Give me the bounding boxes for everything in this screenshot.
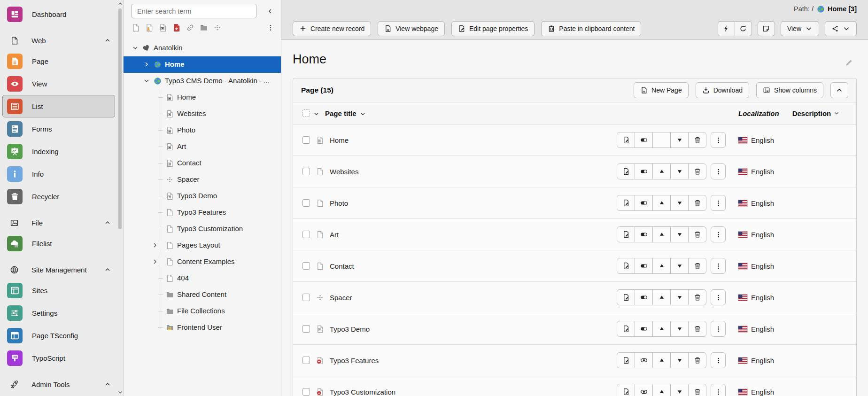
tree-node-spacer[interactable]: Spacer bbox=[124, 171, 281, 188]
more-options-button[interactable] bbox=[711, 321, 726, 337]
edit-title-pencil-icon[interactable] bbox=[845, 59, 853, 67]
move-up-button[interactable] bbox=[652, 321, 671, 337]
view-mode-dropdown[interactable]: View bbox=[781, 21, 819, 36]
page-shortcut-drag-icon[interactable] bbox=[159, 23, 167, 32]
module-filelist[interactable]: Filelist bbox=[2, 232, 115, 255]
show-columns-button[interactable]: Show columns bbox=[756, 82, 823, 98]
tree-node-pages-layout[interactable]: Pages Layout bbox=[124, 237, 281, 254]
create-new-record-button[interactable]: Create new record bbox=[293, 21, 371, 36]
reload-button[interactable] bbox=[735, 21, 752, 36]
module-list[interactable]: List bbox=[2, 95, 115, 117]
row-checkbox[interactable] bbox=[302, 199, 310, 207]
chevron-down-icon[interactable] bbox=[132, 45, 139, 51]
move-down-button[interactable] bbox=[670, 384, 689, 396]
tree-node-contact[interactable]: Contact bbox=[124, 155, 281, 171]
tree-search-input[interactable] bbox=[132, 4, 256, 18]
page-user-drag-icon[interactable] bbox=[145, 23, 154, 32]
select-all-checkbox[interactable] bbox=[302, 109, 310, 117]
more-options-button[interactable] bbox=[711, 163, 726, 179]
module-typoscript[interactable]: TypoScript bbox=[2, 347, 115, 369]
clear-cache-button[interactable] bbox=[718, 21, 735, 36]
module-page[interactable]: Page bbox=[2, 50, 115, 72]
edit-record-button[interactable] bbox=[617, 384, 635, 396]
tree-node-404[interactable]: 404 bbox=[124, 270, 281, 287]
delete-record-button[interactable] bbox=[688, 352, 706, 368]
edit-record-button[interactable] bbox=[617, 163, 635, 179]
tree-node-home[interactable]: Home bbox=[124, 56, 281, 73]
module-info[interactable]: Info bbox=[2, 163, 115, 185]
toggle-visibility-button[interactable] bbox=[635, 352, 653, 368]
tree-node-content-examples[interactable]: Content Examples bbox=[124, 254, 281, 270]
row-checkbox[interactable] bbox=[302, 136, 310, 144]
module-dashboard[interactable]: Dashboard bbox=[2, 3, 115, 25]
move-down-button[interactable] bbox=[670, 226, 689, 242]
tree-node-photo[interactable]: Photo bbox=[124, 122, 281, 139]
paste-in-clipboard-content-button[interactable]: Paste in clipboard content bbox=[541, 21, 641, 36]
page-new-drag-icon[interactable] bbox=[132, 23, 140, 32]
delete-record-button[interactable] bbox=[688, 132, 706, 148]
column-header-description[interactable]: Description bbox=[792, 109, 840, 117]
tree-node-typo3-cms-demo-anatolkin[interactable]: Typo3 CMS Demo - Anatolkin - ... bbox=[124, 73, 281, 89]
delete-record-button[interactable] bbox=[688, 163, 706, 179]
share-dropdown[interactable] bbox=[825, 21, 857, 36]
move-up-button[interactable] bbox=[652, 132, 671, 148]
edit-record-button[interactable] bbox=[617, 352, 635, 368]
page-mount-drag-icon[interactable] bbox=[172, 23, 181, 32]
move-down-button[interactable] bbox=[670, 321, 689, 337]
toggle-visibility-button[interactable] bbox=[635, 258, 653, 274]
more-options-button[interactable] bbox=[711, 195, 726, 211]
row-checkbox[interactable] bbox=[302, 388, 310, 396]
delete-record-button[interactable] bbox=[688, 258, 706, 274]
chevron-right-icon[interactable] bbox=[152, 242, 158, 248]
chevron-right-icon[interactable] bbox=[143, 61, 150, 68]
edit-record-button[interactable] bbox=[617, 226, 635, 242]
toggle-visibility-button[interactable] bbox=[635, 384, 653, 396]
chevron-down-icon[interactable] bbox=[143, 78, 150, 84]
tree-node-shared-content[interactable]: Shared Content bbox=[124, 287, 281, 303]
shortcut-button[interactable] bbox=[758, 21, 775, 36]
new-page-button[interactable]: New Page bbox=[634, 82, 689, 98]
scroll-up-icon[interactable] bbox=[117, 1, 123, 7]
more-options-button[interactable] bbox=[711, 226, 726, 242]
delete-record-button[interactable] bbox=[688, 289, 706, 305]
module-view[interactable]: View bbox=[2, 72, 115, 95]
move-up-button[interactable] bbox=[652, 258, 671, 274]
row-checkbox[interactable] bbox=[302, 357, 310, 364]
edit-record-button[interactable] bbox=[617, 321, 635, 337]
tree-node-typo3-customization[interactable]: Typo3 Customization bbox=[124, 221, 281, 237]
move-up-button[interactable] bbox=[652, 226, 671, 242]
tree-node-art[interactable]: Art bbox=[124, 139, 281, 155]
more-options-button[interactable] bbox=[711, 258, 726, 274]
toggle-visibility-button[interactable] bbox=[635, 195, 653, 211]
edit-record-button[interactable] bbox=[617, 195, 635, 211]
delete-record-button[interactable] bbox=[688, 321, 706, 337]
chevron-right-icon[interactable] bbox=[152, 258, 158, 265]
collapse-tree-button[interactable] bbox=[264, 5, 276, 17]
tree-node-typo3-demo[interactable]: Typo3 Demo bbox=[124, 188, 281, 204]
more-options-button[interactable] bbox=[711, 352, 726, 368]
chevron-down-icon[interactable] bbox=[313, 111, 319, 117]
move-down-button[interactable] bbox=[670, 195, 689, 211]
module-forms[interactable]: Forms bbox=[2, 117, 115, 140]
tree-node-home[interactable]: Home bbox=[124, 89, 281, 106]
module-sites[interactable]: Sites bbox=[2, 279, 115, 302]
row-checkbox[interactable] bbox=[302, 325, 310, 333]
move-down-button[interactable] bbox=[670, 163, 689, 179]
menu-section-site-management[interactable]: Site Management bbox=[2, 260, 115, 279]
spacer-drag-icon[interactable] bbox=[213, 23, 222, 32]
more-options-button[interactable] bbox=[711, 289, 726, 305]
chevron-up-icon[interactable] bbox=[104, 219, 111, 226]
folder-drag-icon[interactable] bbox=[200, 23, 208, 32]
edit-record-button[interactable] bbox=[617, 132, 635, 148]
more-options-button[interactable] bbox=[711, 384, 726, 396]
delete-record-button[interactable] bbox=[688, 384, 706, 396]
tree-node-file-collections[interactable]: File Collections bbox=[124, 303, 281, 319]
delete-record-button[interactable] bbox=[688, 195, 706, 211]
move-down-button[interactable] bbox=[670, 289, 689, 305]
row-checkbox[interactable] bbox=[302, 168, 310, 175]
move-up-button[interactable] bbox=[652, 384, 671, 396]
move-up-button[interactable] bbox=[652, 352, 671, 368]
tree-node-websites[interactable]: Websites bbox=[124, 106, 281, 122]
row-checkbox[interactable] bbox=[302, 262, 310, 270]
move-down-button[interactable] bbox=[670, 352, 689, 368]
